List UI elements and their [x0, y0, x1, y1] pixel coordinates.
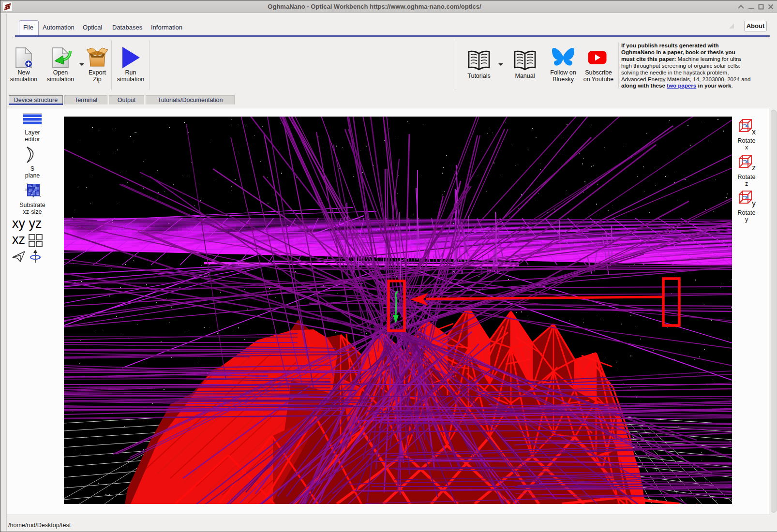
- svg-text:x: x: [752, 128, 756, 136]
- svg-text:x: x: [25, 188, 27, 191]
- svg-text:y: y: [752, 199, 756, 207]
- svg-text:z: z: [32, 195, 34, 198]
- svg-text:z: z: [752, 163, 756, 172]
